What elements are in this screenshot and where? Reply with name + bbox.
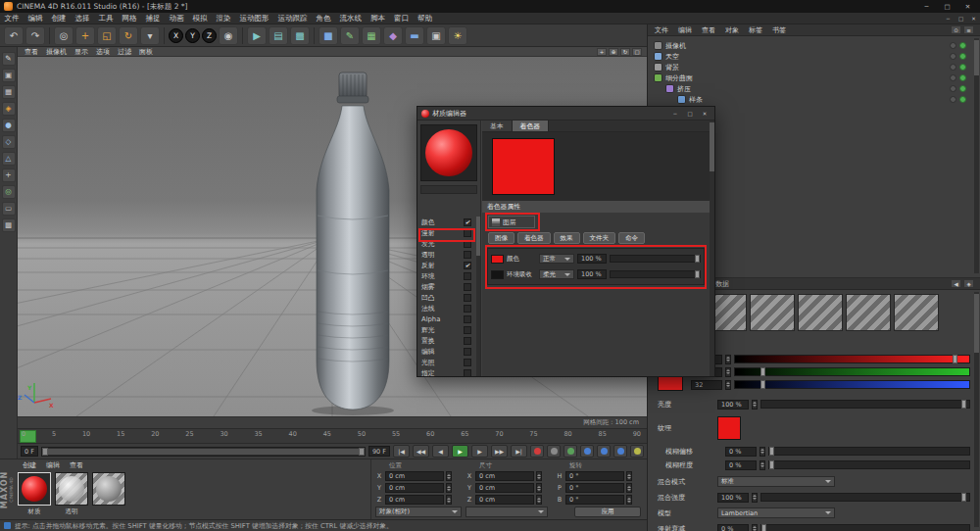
shader-preview-thumb[interactable] <box>894 294 939 331</box>
z-axis-lock-button[interactable]: Z <box>202 28 217 43</box>
material-editor-titlebar[interactable]: 材质编辑器 ─ □ ✕ <box>417 107 714 121</box>
tab-basic[interactable]: 基本 <box>482 121 513 131</box>
om-menu-file[interactable]: 文件 <box>650 25 673 35</box>
diffuse-falloff-slider[interactable] <box>760 524 970 531</box>
blur-scale-field[interactable]: 0 % <box>725 460 757 470</box>
rot-b-field[interactable]: 0 ° <box>565 495 624 505</box>
record-position-button[interactable] <box>580 445 594 458</box>
layer-dot-icon[interactable] <box>950 64 956 71</box>
channel-checkbox[interactable] <box>464 315 471 323</box>
size-x-field[interactable]: 0 cm <box>475 471 534 481</box>
channel-checkbox[interactable] <box>464 240 471 248</box>
redo-icon[interactable]: ↷ <box>25 26 45 45</box>
filter-icon[interactable]: ≡ <box>963 25 974 34</box>
brightness-stepper[interactable] <box>752 400 758 410</box>
rot-h-field[interactable]: 0 ° <box>565 471 624 481</box>
pos-y-stepper[interactable] <box>446 483 452 493</box>
layer-strength-slider[interactable] <box>610 270 701 278</box>
layer-dot-icon[interactable] <box>950 53 956 60</box>
apply-button[interactable]: 应用 <box>574 507 641 517</box>
scale-tool-icon[interactable]: ◱ <box>97 26 117 45</box>
menu-select[interactable]: 选择 <box>71 14 94 24</box>
object-row[interactable]: 摄像机 <box>648 40 980 51</box>
menu-character[interactable]: 角色 <box>312 14 335 24</box>
enable-dot-icon[interactable] <box>959 42 966 49</box>
material-menu-create[interactable]: 创建 <box>18 460 41 470</box>
size-z-field[interactable]: 0 cm <box>475 495 534 505</box>
play-button[interactable]: ▶ <box>452 445 468 458</box>
add-camera-icon[interactable]: ▣ <box>426 26 446 45</box>
coordinate-lock-dropdown[interactable] <box>466 507 548 517</box>
channel-checkbox[interactable] <box>464 305 471 313</box>
blur-offset-stepper[interactable] <box>760 447 765 457</box>
doc-close-button[interactable]: ✕ <box>967 14 980 24</box>
layer-image-button[interactable]: 图像 <box>488 232 514 244</box>
go-to-end-button[interactable]: ▶| <box>511 445 527 458</box>
material-menu-view[interactable]: 查看 <box>65 460 88 470</box>
layer-strength-field[interactable]: 100 % <box>577 269 607 279</box>
object-row[interactable]: 样条 <box>648 94 980 105</box>
preview-options-strip[interactable] <box>420 185 477 194</box>
size-y-field[interactable]: 0 cm <box>475 483 534 493</box>
layer-command-button[interactable]: 命令 <box>618 232 645 244</box>
menu-mograph[interactable]: 运动图形 <box>235 14 273 24</box>
red-stepper[interactable] <box>725 355 731 364</box>
channel-row-alpha[interactable]: Alpha <box>417 314 475 324</box>
om-menu-objects[interactable]: 对象 <box>720 25 744 35</box>
size-x-stepper[interactable] <box>536 471 542 481</box>
channel-row-glow[interactable]: 辉光 <box>417 324 475 335</box>
om-menu-bookmarks[interactable]: 书签 <box>767 25 791 35</box>
layer-blend-mode-dropdown[interactable]: 正常 <box>539 254 574 264</box>
channel-row-reflectance[interactable]: 反射✔ <box>417 260 475 270</box>
lock-icon[interactable]: ◈ <box>963 279 974 288</box>
material-editor-window[interactable]: 材质编辑器 ─ □ ✕ 颜色✔ 漫射 发光 透明 反射✔ 环境 烟雾 凹凸 法线… <box>416 106 715 377</box>
layer-strength-field[interactable]: 100 % <box>577 254 607 264</box>
ao-layer-swatch[interactable] <box>491 270 504 279</box>
mix-mode-dropdown[interactable]: 标准 <box>717 476 835 487</box>
layer-shader-button[interactable]: 图层 <box>488 216 535 228</box>
channel-checkbox[interactable] <box>464 326 471 334</box>
enable-dot-icon[interactable] <box>959 96 966 103</box>
material-thumbnail-gray[interactable] <box>92 472 125 506</box>
mix-strength-field[interactable]: 100 % <box>717 493 749 503</box>
add-deformer-icon[interactable]: ◆ <box>383 26 403 45</box>
viewport-solo-icon[interactable]: ▩ <box>2 218 16 232</box>
green-slider-handle[interactable] <box>760 367 765 376</box>
channel-checkbox[interactable] <box>464 348 471 356</box>
layer-blend-mode-dropdown[interactable]: 柔光 <box>539 269 574 279</box>
shader-preview-thumb[interactable] <box>750 294 795 331</box>
menu-motion-tracker[interactable]: 运动跟踪 <box>273 14 312 24</box>
channel-row-diffusion[interactable]: 漫射 <box>417 227 475 238</box>
object-row[interactable]: 天空 <box>648 51 980 62</box>
next-key-button[interactable]: ▶▶ <box>491 445 508 458</box>
material-preview[interactable] <box>420 124 477 181</box>
channel-checkbox[interactable] <box>464 294 471 302</box>
points-mode-icon[interactable]: ● <box>2 119 16 132</box>
enable-axis-icon[interactable]: + <box>2 169 16 182</box>
blur-offset-field[interactable]: 0 % <box>725 447 757 457</box>
channel-list-scrollbar[interactable] <box>476 217 480 376</box>
object-row[interactable]: 细分曲面 <box>648 72 980 83</box>
material-thumbnail-red[interactable] <box>18 472 51 506</box>
blur-scale-handle[interactable] <box>769 460 774 469</box>
menu-pipeline[interactable]: 流水线 <box>335 14 367 24</box>
mix-strength-stepper[interactable] <box>752 493 758 503</box>
toggle-view-icon[interactable]: ▢ <box>632 48 642 56</box>
diffuse-falloff-field[interactable]: 0 % <box>717 524 749 531</box>
color-layer-swatch[interactable] <box>491 255 504 264</box>
coordinate-mode-dropdown[interactable]: 对象(相对) <box>375 507 462 517</box>
me-close-button[interactable]: ✕ <box>699 109 710 118</box>
render-picture-viewer-icon[interactable]: ▤ <box>269 26 288 45</box>
menu-window[interactable]: 窗口 <box>390 14 414 24</box>
maximize-button[interactable]: □ <box>939 1 956 12</box>
enable-dot-icon[interactable] <box>959 74 966 81</box>
size-y-stepper[interactable] <box>536 483 542 493</box>
layer-strength-slider[interactable] <box>610 255 701 263</box>
shader-preview-thumb[interactable] <box>798 294 843 331</box>
viewport-menu-options[interactable]: 选项 <box>92 47 114 57</box>
menu-help[interactable]: 帮助 <box>414 14 437 24</box>
previous-key-button[interactable]: ◀◀ <box>413 445 429 458</box>
record-rotation-button[interactable] <box>613 445 627 458</box>
material-editor-scrollbar[interactable] <box>710 121 714 376</box>
range-start-field[interactable]: 0 F <box>21 446 38 457</box>
